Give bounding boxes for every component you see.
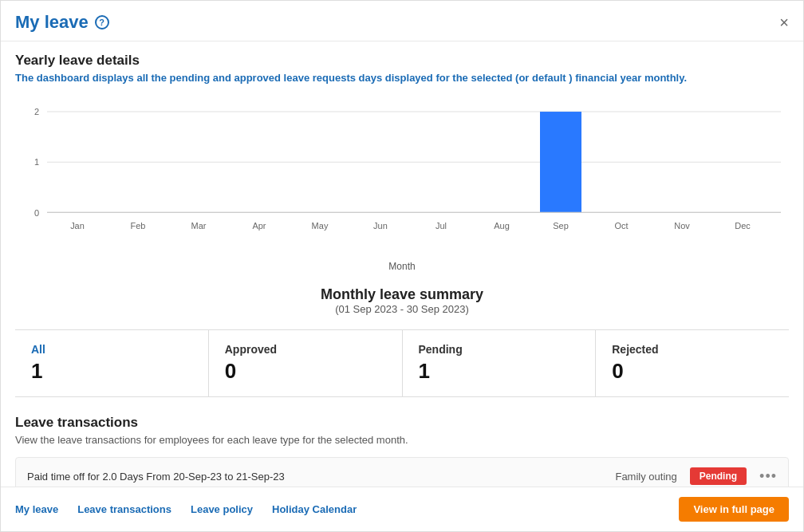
help-icon[interactable]: ?	[95, 15, 109, 30]
svg-text:Jul: Jul	[436, 221, 447, 231]
bar-sep	[540, 112, 581, 212]
chart-container: 0 1 2 Jan Feb Mar Apr May Jun Jul Aug Se…	[15, 95, 789, 254]
svg-text:Sep: Sep	[553, 221, 569, 231]
footer-links: My leave Leave transactions Leave policy…	[15, 503, 357, 515]
yearly-section: Yearly leave details The dashboard displ…	[15, 53, 789, 84]
transactions-section: Leave transactions View the leave transa…	[15, 415, 789, 487]
card-approved-label: Approved	[225, 343, 386, 356]
transaction-right: Family outing Pending •••	[615, 467, 777, 485]
card-rejected-label: Rejected	[612, 343, 773, 356]
modal-title: My leave ?	[15, 12, 109, 33]
transaction-type: Family outing	[615, 471, 676, 483]
card-pending-value: 1	[419, 359, 580, 384]
card-pending-label: Pending	[419, 343, 580, 356]
card-approved-value: 0	[225, 359, 386, 384]
card-approved[interactable]: Approved 0	[209, 330, 403, 396]
yearly-title: Yearly leave details	[15, 53, 789, 69]
svg-text:Feb: Feb	[131, 221, 146, 231]
svg-text:Mar: Mar	[191, 221, 207, 231]
summary-subtitle: (01 Sep 2023 - 30 Sep 2023)	[15, 303, 789, 315]
svg-text:Dec: Dec	[735, 221, 751, 231]
card-rejected[interactable]: Rejected 0	[596, 330, 789, 396]
svg-text:0: 0	[34, 207, 39, 217]
chart-xlabel: Month	[15, 261, 789, 272]
footer-link-policy[interactable]: Leave policy	[191, 503, 253, 515]
card-all-label: All	[31, 343, 192, 356]
page-title: My leave	[15, 12, 89, 33]
summary-cards: All 1 Approved 0 Pending 1 Rejected 0	[15, 329, 789, 397]
modal-footer: My leave Leave transactions Leave policy…	[1, 487, 803, 531]
transactions-desc: View the leave transactions for employee…	[15, 434, 789, 446]
bar-chart: 0 1 2 Jan Feb Mar Apr May Jun Jul Aug Se…	[15, 95, 789, 254]
card-all-value: 1	[31, 359, 192, 384]
summary-title: Monthly leave summary	[15, 286, 789, 303]
svg-text:Jun: Jun	[373, 221, 388, 231]
footer-link-transactions[interactable]: Leave transactions	[77, 503, 171, 515]
svg-text:Apr: Apr	[252, 221, 266, 231]
modal-body: Yearly leave details The dashboard displ…	[1, 41, 803, 487]
svg-text:Jan: Jan	[70, 221, 85, 231]
yearly-desc: The dashboard displays all the pending a…	[15, 72, 789, 84]
footer-link-my-leave[interactable]: My leave	[15, 503, 58, 515]
transaction-row: Paid time off for 2.0 Days From 20-Sep-2…	[15, 457, 789, 487]
modal-header: My leave ? ×	[1, 1, 803, 41]
svg-text:1: 1	[34, 157, 39, 167]
card-rejected-value: 0	[612, 359, 773, 384]
svg-text:2: 2	[34, 107, 39, 116]
card-all[interactable]: All 1	[15, 330, 209, 396]
view-full-page-button[interactable]: View in full page	[679, 497, 789, 522]
transactions-title: Leave transactions	[15, 415, 789, 431]
card-pending[interactable]: Pending 1	[403, 330, 597, 396]
close-icon[interactable]: ×	[779, 14, 789, 30]
transaction-desc: Paid time off for 2.0 Days From 20-Sep-2…	[27, 471, 285, 483]
svg-text:May: May	[312, 221, 329, 231]
status-badge: Pending	[690, 467, 747, 485]
svg-text:Nov: Nov	[674, 221, 690, 231]
svg-text:Aug: Aug	[494, 221, 510, 231]
more-options-icon[interactable]: •••	[759, 468, 777, 485]
svg-text:Oct: Oct	[614, 221, 629, 231]
footer-link-holiday[interactable]: Holiday Calendar	[272, 503, 357, 515]
modal-container: My leave ? × Yearly leave details The da…	[0, 0, 804, 532]
